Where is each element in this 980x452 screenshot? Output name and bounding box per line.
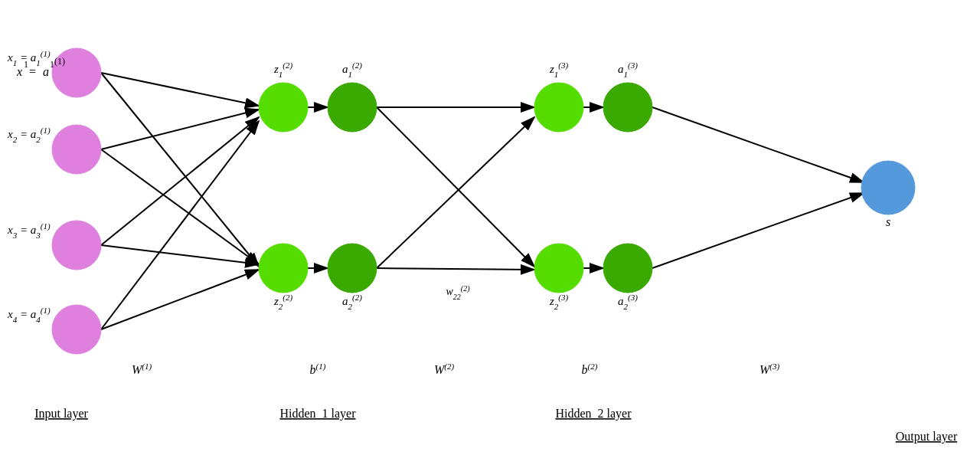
w22-label: w22(2) [446, 284, 470, 301]
node-x3 [52, 221, 101, 270]
node-a2-h1 [328, 244, 377, 293]
node-x4 [52, 305, 101, 354]
conn-a1h1-z2h2 [377, 107, 534, 267]
b1-label: b(1) [310, 362, 326, 376]
b2-label: b(2) [582, 362, 598, 376]
conn-a2h2-s [652, 193, 864, 268]
input-layer-label: Input layer [34, 407, 88, 421]
w3-label: W(3) [760, 362, 779, 376]
z1h1-label: z1(2) [273, 61, 293, 79]
node-a1-h1 [328, 83, 377, 132]
conn-x4-z2 [101, 270, 259, 329]
conn-x1-z2 [101, 73, 259, 267]
conn-a1h2-s [652, 107, 864, 182]
input-label-x3: x3 = a3(1) [7, 221, 51, 240]
node-a2-h2 [603, 244, 652, 293]
node-x2 [52, 125, 101, 174]
node-z2-h1 [259, 244, 308, 293]
node-z1-h2 [534, 83, 583, 132]
label-a1-h1: a [43, 65, 49, 78]
conn-a2h1-z2h2 [377, 268, 534, 270]
node-z1-h1 [259, 83, 308, 132]
node-a1-h2 [603, 83, 652, 132]
node-z2-h2 [534, 244, 583, 293]
hidden2-layer-label: Hidden_2 layer [555, 407, 632, 421]
a2h2-label: a2(3) [618, 293, 638, 311]
z2h2-label: z2(3) [549, 293, 569, 311]
label-x1: x [16, 65, 22, 78]
hidden1-layer-label: Hidden_1 layer [279, 407, 356, 421]
output-s-label: s [886, 215, 890, 228]
a2h1-label: a2(2) [342, 293, 362, 311]
conn-x3-z2 [101, 245, 259, 264]
w2-label: W(2) [434, 362, 454, 376]
input-label-x4: x4 = a4(1) [7, 306, 51, 324]
label-a1-h1-sup: (1) [54, 56, 65, 67]
output-layer-label: Output layer [896, 430, 958, 444]
z1h2-label: z1(3) [549, 61, 569, 79]
a1h1-label: a1(2) [342, 61, 362, 79]
node-output [861, 161, 915, 215]
conn-x2-z2 [101, 149, 259, 264]
w1-label: W(1) [132, 362, 152, 376]
conn-x2-z1 [101, 110, 259, 149]
a1h2-label: a1(3) [618, 61, 638, 79]
label-x1-eq: = [29, 65, 36, 78]
input-label-x2: x2 = a2(1) [7, 126, 51, 144]
conn-a2h1-z1h2 [377, 117, 534, 268]
z2h1-label: z2(2) [273, 293, 293, 311]
neural-network-diagram: x1 x2 x 1 = a 1 (1) x1 = a1(1) x2 = a2(1… [0, 0, 980, 452]
